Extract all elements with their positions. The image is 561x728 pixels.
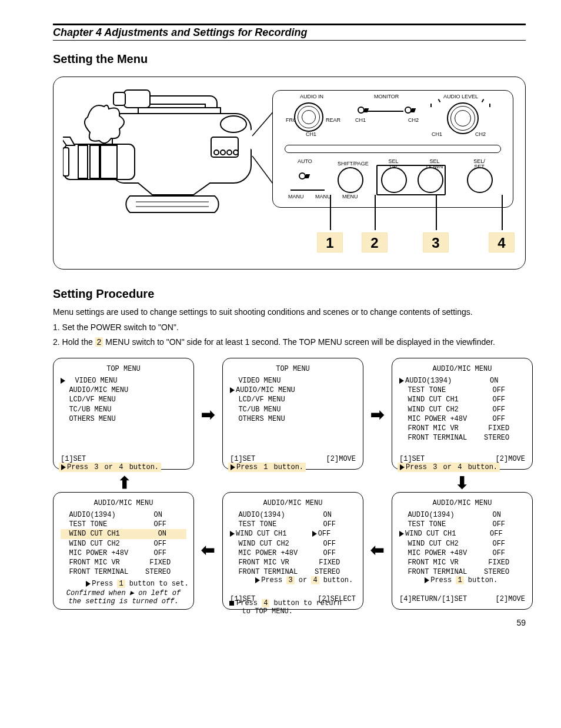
list-item: FRONT MIC VR FIXED [399, 424, 525, 433]
audio-level-knob[interactable] [447, 102, 479, 134]
pointer-icon [230, 387, 235, 393]
menu5-sub: Press 3 or 4 button. [230, 568, 356, 593]
menu-flow: TOP MENU VIDEO MENU AUDIO/MIC MENU LCD/V… [53, 358, 526, 605]
step-2: 2. Hold the 2 MENU switch to "ON" side f… [53, 337, 526, 348]
list-item: MIC POWER +48V OFF [61, 549, 186, 558]
label-menu: MENU [342, 194, 358, 200]
right-arrow-icon [255, 577, 260, 583]
list-item: WIND CUT CH2 OFF [230, 539, 356, 549]
monitor-lever-ch2[interactable] [405, 107, 414, 113]
panel-slot [285, 145, 501, 153]
right-arrow-icon [400, 464, 405, 470]
list-item: MIC POWER +48V OFF [230, 549, 356, 558]
right-arrow-icon [61, 464, 66, 470]
pointer-icon [399, 378, 404, 384]
auto-manu-lever[interactable] [299, 173, 308, 179]
list-item: WIND CUT CH1 OFF [230, 529, 356, 538]
list-item: FRONT MIC VR FIXED [399, 558, 525, 567]
foot-left: [4]RETURN/[1]SET [399, 595, 467, 603]
list-item: LCD/VF MENU [61, 395, 186, 404]
page-number: 59 [516, 618, 526, 627]
list-item: TEST TONE OFF [399, 520, 525, 529]
list-item: WIND CUT CH2 OFF [399, 539, 525, 549]
pointer-icon [61, 378, 65, 384]
arrow-up-icon: ⬆ [118, 473, 131, 493]
menu3-title: AUDIO/MIC MENU [399, 364, 525, 374]
list-item: WIND CUT CH2 OFF [61, 539, 186, 549]
arrow-left-icon: ⬅ [201, 540, 215, 560]
list-item: FRONT MIC VR FIXED [61, 558, 186, 567]
control-panel-enlarged: AUDIO IN MONITOR AUDIO LEVEL CH1 CH1 CH2… [272, 90, 513, 208]
label-mon-ch2: CH2 [408, 118, 419, 123]
menu6-note: Confirmed when ▶ on left ofthe setting i… [58, 589, 189, 606]
list-item: OTHERS MENU [61, 414, 186, 424]
audio-in-knob[interactable] [294, 102, 323, 132]
list-item: TC/UB MENU [230, 405, 356, 414]
callout-2: 2 [362, 232, 388, 252]
list-item: WIND CUT CH1 ON [61, 529, 186, 538]
sel-set-button[interactable] [467, 167, 493, 193]
foot-left: [1]SET [61, 455, 86, 463]
menu-card-3: AUDIO/MIC MENU AUDIO(1394) ON TEST TONE … [392, 358, 533, 470]
label-mon-ch1: CH1 [355, 118, 366, 123]
sel-up-button[interactable] [381, 167, 407, 193]
menu4-sub: Press 1 button. [399, 568, 525, 593]
list-item: VIDEO MENU [61, 376, 186, 385]
menu2-hint: Press 1 button. [228, 463, 306, 472]
list-item: FRONT TERMINAL STEREO [399, 433, 525, 443]
list-item: AUDIO(1394) ON [230, 510, 356, 520]
label-audio-level: AUDIO LEVEL [443, 94, 478, 99]
list-item: MIC POWER +48V OFF [399, 414, 525, 424]
list-item: OTHERS MENU [230, 414, 356, 424]
callout-1: 1 [317, 232, 343, 252]
label-auto: AUTO [298, 159, 312, 164]
menu3-hint: Press 3 or 4 button. [398, 463, 500, 472]
menu6-title: AUDIO/MIC MENU [61, 498, 186, 508]
label-lvl-ch1: CH1 [432, 132, 442, 137]
list-item: TC/UB MENU [61, 405, 186, 414]
menu-card-2: TOP MENU VIDEO MENU AUDIO/MIC MENU LCD/V… [222, 358, 363, 470]
sel-down-button[interactable] [418, 167, 443, 193]
foot-right: [2]MOVE [326, 455, 356, 463]
callout-4: 4 [489, 232, 515, 252]
menu4-title: AUDIO/MIC MENU [399, 498, 525, 508]
menu-button[interactable] [338, 167, 363, 193]
list-item: FRONT MIC VR FIXED [230, 558, 356, 567]
right-arrow-icon [425, 577, 429, 583]
right-arrow-icon [86, 581, 91, 587]
list-item: WIND CUT CH1 OFF [399, 529, 525, 538]
menu5-title: AUDIO/MIC MENU [230, 498, 356, 508]
right-arrow-icon [231, 464, 235, 470]
menu1-title: TOP MENU [61, 364, 186, 374]
list-item: AUDIO/MIC MENU [61, 385, 186, 395]
callout-ref-2: 2 [95, 337, 103, 347]
menu1-hint: Press 3 or 4 button. [59, 463, 161, 472]
label-monitor: MONITOR [374, 94, 399, 99]
menu-card-1: TOP MENU VIDEO MENU AUDIO/MIC MENU LCD/V… [53, 358, 194, 470]
step-1: 1. Set the POWER switch to "ON". [53, 322, 526, 334]
list-item: AUDIO(1394) ON [399, 376, 525, 385]
label-manu-r: MANU [315, 194, 331, 200]
label-ch1-left: CH1 [306, 132, 316, 137]
list-item: AUDIO(1394) ON [61, 510, 186, 520]
menu5-stop-hint: Press 4 button to return to TOP MENU. [229, 599, 342, 616]
lead-4 [502, 195, 503, 230]
pointer-icon [399, 531, 404, 537]
lead-1 [330, 195, 331, 230]
menu-card-4: AUDIO/MIC MENU AUDIO(1394) ON TEST TONE … [392, 492, 533, 610]
label-lvl-ch2: CH2 [475, 132, 486, 137]
label-audio-in: AUDIO IN [300, 94, 323, 99]
callout-3: 3 [423, 232, 449, 252]
menu2-title: TOP MENU [230, 364, 356, 374]
stop-icon [229, 601, 234, 606]
list-item: AUDIO/MIC MENU [230, 385, 356, 395]
monitor-lever-ch1[interactable] [358, 107, 367, 113]
list-item: TEST TONE OFF [230, 520, 356, 529]
foot-right: [2]MOVE [496, 455, 525, 463]
foot-left: [1]SET [399, 455, 425, 463]
header-divider: Chapter 4 Adjustments and Settings for R… [53, 24, 526, 41]
list-item: TEST TONE OFF [61, 520, 186, 529]
arrow-left-icon: ⬅ [370, 540, 384, 560]
lead-3 [436, 195, 437, 230]
arrow-down-icon: ⬇ [455, 473, 469, 493]
